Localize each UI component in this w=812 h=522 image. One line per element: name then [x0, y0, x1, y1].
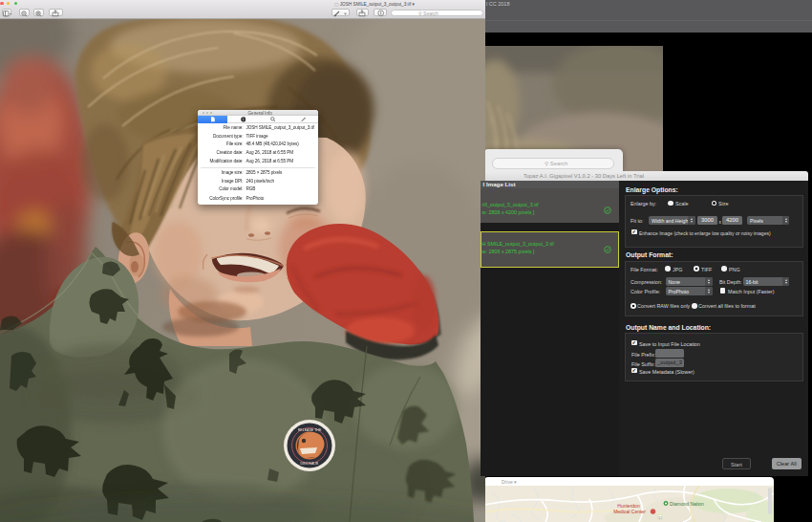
svg-text:Medical Center: Medical Center — [613, 509, 646, 514]
svg-text:DINOSAUR: DINOSAUR — [301, 462, 319, 466]
svg-text:Diamond Nation: Diamond Nation — [670, 501, 704, 507]
svg-text:31: 31 — [658, 516, 662, 520]
svg-text:RELEASE THE: RELEASE THE — [298, 428, 322, 432]
